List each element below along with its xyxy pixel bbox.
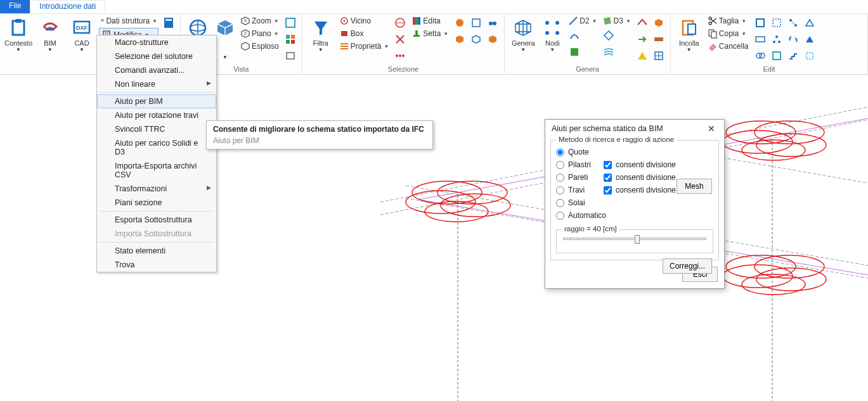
- vista-misc1[interactable]: [283, 15, 298, 30]
- check-pareti-div[interactable]: [604, 174, 612, 182]
- fieldset-legend: Metodo di ricerca e raggio di azione: [556, 136, 677, 143]
- sel-globe-button[interactable]: [392, 15, 408, 30]
- d2-button[interactable]: D2▼: [567, 15, 598, 27]
- sel-g4[interactable]: [452, 32, 467, 47]
- svg-text:DXF: DXF: [76, 25, 88, 31]
- cad-button[interactable]: DXF CAD ▼: [67, 15, 96, 53]
- toolbar-calc-button[interactable]: [161, 15, 176, 30]
- ed-6[interactable]: [769, 32, 784, 47]
- nodi-button[interactable]: Nodi ▼: [540, 15, 564, 53]
- label-quote: Quote: [568, 148, 589, 156]
- incolla-button[interactable]: Incolla ▼: [675, 15, 704, 53]
- setta-button[interactable]: Setta▼: [410, 28, 450, 39]
- ed-5[interactable]: [753, 32, 768, 47]
- menu-macro-strutture[interactable]: Macro-strutture: [97, 35, 216, 49]
- sel-g3[interactable]: [485, 15, 500, 30]
- vista-misc2[interactable]: [283, 32, 298, 47]
- menu-piani-sezione[interactable]: Piani sezione: [97, 196, 216, 210]
- menu-svincoli-ttrc[interactable]: Svincoli TTRC: [97, 122, 216, 136]
- menu-aiuto-rotazione-travi[interactable]: Aiuto per rotazione travi: [97, 108, 216, 122]
- svg-point-52: [545, 31, 549, 35]
- radio-pilastri[interactable]: [556, 161, 564, 169]
- vista-misc3[interactable]: [283, 48, 298, 63]
- copia-button[interactable]: Copia▼: [706, 28, 750, 39]
- vicino-button[interactable]: Vicino: [338, 15, 391, 27]
- nodi-label: Nodi: [545, 39, 560, 47]
- gen-g9[interactable]: [635, 48, 650, 63]
- mesh-icon: [513, 18, 533, 38]
- ed-2[interactable]: [769, 15, 784, 30]
- ed-1[interactable]: [753, 15, 768, 30]
- menu-trova[interactable]: Trova: [97, 258, 216, 272]
- sel-g6[interactable]: [485, 32, 500, 47]
- svg-rect-47: [472, 19, 480, 27]
- menu-selezione-solutore[interactable]: Selezione del solutore: [97, 49, 216, 63]
- radio-solai[interactable]: [556, 199, 564, 207]
- gen-g8[interactable]: [651, 32, 666, 47]
- slider-thumb[interactable]: [635, 235, 640, 244]
- menu-aiuto-per-bim[interactable]: Aiuto per BIM: [97, 94, 216, 108]
- check-travi-div[interactable]: [604, 186, 612, 194]
- ed-8[interactable]: [802, 32, 817, 47]
- correggi-button[interactable]: Correggi...: [663, 258, 712, 274]
- menu-importa-sottostruttura: Importa Sottostruttura: [97, 227, 216, 241]
- radio-pareti[interactable]: [556, 174, 564, 182]
- genera-button[interactable]: Genera ▼: [508, 15, 538, 53]
- proprieta-button[interactable]: Proprietà▼: [338, 41, 391, 52]
- cancella-button[interactable]: Cancella: [706, 41, 750, 52]
- piano-button[interactable]: ZPiano▼: [239, 28, 280, 39]
- ed-7[interactable]: [786, 32, 801, 47]
- close-icon[interactable]: ✕: [705, 124, 718, 134]
- menu-importa-esporta-csv[interactable]: Importa-Esporta archivi CSV: [97, 159, 216, 182]
- gen-g7[interactable]: [635, 32, 650, 47]
- filtra-button[interactable]: Filtra ▼: [306, 15, 335, 53]
- menu-comandi-avanzati[interactable]: Comandi avanzati...: [97, 63, 216, 77]
- taglia-button[interactable]: Taglia▼: [706, 15, 750, 27]
- cube-view-button[interactable]: ▼: [214, 15, 236, 60]
- radio-travi[interactable]: [556, 186, 564, 194]
- sel-three-button[interactable]: [392, 48, 408, 63]
- gen-g1[interactable]: [567, 28, 582, 43]
- caret-icon: ▼: [152, 18, 157, 24]
- zoom-button[interactable]: XZoom▼: [239, 15, 280, 27]
- raggio-slider[interactable]: [563, 238, 706, 240]
- scissors-icon: [708, 16, 718, 26]
- sq-dash-icon: [771, 17, 782, 29]
- menu-aiuto-carico-solidi[interactable]: Aiuto per carico Solidi e D3: [97, 136, 216, 159]
- tab-introduzione-dati[interactable]: Introduzione dati: [30, 0, 105, 13]
- gen-g5[interactable]: [635, 15, 650, 30]
- ed-4[interactable]: [802, 15, 817, 30]
- dati-struttura-button[interactable]: Dati struttura ▼: [99, 15, 159, 27]
- gen-g4[interactable]: [601, 44, 616, 60]
- sel-g5[interactable]: [469, 32, 484, 47]
- sel-g1[interactable]: [452, 15, 467, 30]
- box-button[interactable]: Box: [338, 28, 391, 39]
- menu-esporta-sottostruttura[interactable]: Esporta Sottostruttura: [97, 213, 216, 227]
- radio-automatico[interactable]: [556, 212, 564, 220]
- ed-3[interactable]: [786, 15, 801, 30]
- radio-quote[interactable]: [556, 148, 564, 156]
- gen-g2[interactable]: [567, 44, 582, 60]
- ed-10[interactable]: [769, 48, 784, 63]
- gen-g3[interactable]: [601, 28, 616, 43]
- d3-button[interactable]: D3▼: [601, 15, 632, 27]
- svg-point-49: [493, 22, 496, 25]
- ed-9[interactable]: [753, 48, 768, 63]
- menu-non-lineare[interactable]: Non lineare: [97, 77, 216, 91]
- check-pilastri-div[interactable]: [604, 161, 612, 169]
- bim-button[interactable]: BIM ▼: [36, 15, 65, 53]
- edita-button[interactable]: Edita: [410, 15, 450, 27]
- menu-stato-elementi[interactable]: Stato elementi: [97, 244, 216, 258]
- gen-g6[interactable]: [651, 15, 666, 30]
- menu-trasformazioni[interactable]: Trasformazioni: [97, 182, 216, 196]
- tab-bar: File Introduzione dati: [0, 0, 868, 14]
- esploso-button[interactable]: Esploso: [239, 41, 280, 52]
- mesh-button[interactable]: Mesh: [677, 179, 712, 194]
- ed-12[interactable]: [802, 48, 817, 63]
- contesto-button[interactable]: Contesto ▼: [4, 15, 33, 53]
- sel-cross-button[interactable]: [392, 32, 408, 47]
- gen-g10[interactable]: [651, 48, 666, 63]
- sel-g2[interactable]: [469, 15, 484, 30]
- tab-file[interactable]: File: [0, 0, 30, 13]
- ed-11[interactable]: [786, 48, 801, 63]
